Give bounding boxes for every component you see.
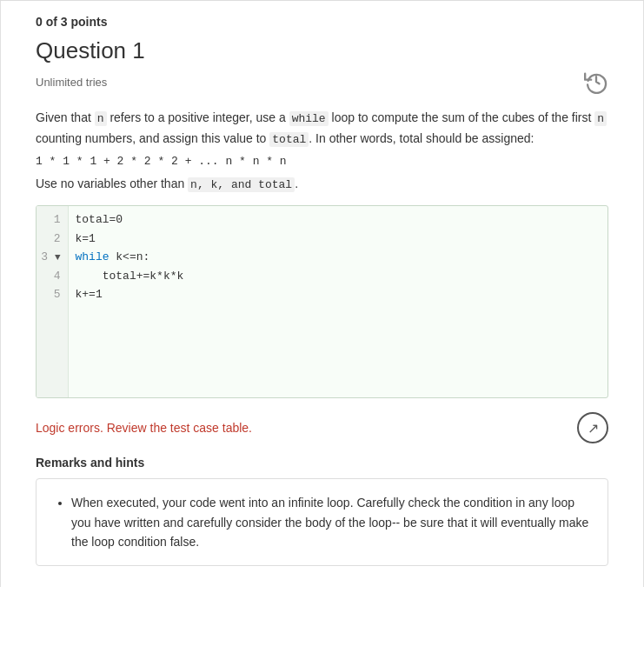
line-num-1: 1 [37, 206, 68, 230]
question-title: Question 1 [36, 37, 608, 64]
hint-box: When executed, your code went into an in… [36, 478, 608, 566]
line-num-blank2 [37, 323, 68, 342]
points-badge: 0 of 3 points [36, 15, 608, 29]
line-num-5: 5 [37, 285, 68, 304]
code-content-blank5[interactable] [68, 379, 607, 398]
code-content-5[interactable]: k+=1 [68, 285, 607, 304]
code-content-blank2[interactable] [68, 323, 607, 342]
line-num-3: 3 ▼ [37, 248, 68, 267]
code-content-blank4[interactable] [68, 360, 607, 379]
tries-text: Unlimited tries [36, 76, 107, 89]
code-line-blank1 [37, 304, 607, 323]
line-num-blank5 [37, 379, 68, 398]
inline-code-n2: n [594, 111, 607, 126]
line-num-blank4 [37, 360, 68, 379]
code-line-4: 4 total+=k*k*k [37, 267, 607, 286]
code-line-blank5 [37, 379, 607, 398]
line-num-blank3 [37, 342, 68, 361]
code-editor[interactable]: 1 total=0 2 k=1 3 ▼ while k<=n: 4 total+… [36, 205, 608, 398]
inline-code-vars: n, k, and total [188, 177, 295, 192]
code-content-blank1[interactable] [68, 304, 607, 323]
tries-row: Unlimited tries [36, 70, 608, 94]
line-num-4: 4 [37, 267, 68, 286]
code-content-blank3[interactable] [68, 342, 607, 361]
code-line-blank4 [37, 360, 607, 379]
code-content-2[interactable]: k=1 [68, 230, 607, 249]
inline-code-total1: total [269, 132, 309, 147]
remarks-section: Remarks and hints When executed, your co… [36, 456, 608, 566]
hint-item: When executed, your code went into an in… [71, 493, 590, 551]
line-num-2: 2 [37, 230, 68, 249]
loop-arrow: ▼ [55, 252, 61, 263]
code-line-3: 3 ▼ while k<=n: [37, 248, 607, 267]
page-container: 0 of 3 points Question 1 Unlimited tries… [0, 0, 644, 653]
inline-code-n1: n [95, 111, 107, 126]
history-icon[interactable] [584, 70, 608, 94]
inline-code-while: while [289, 111, 329, 126]
code-table: 1 total=0 2 k=1 3 ▼ while k<=n: 4 total+… [37, 206, 607, 397]
line-num-blank1 [37, 304, 68, 323]
code-content-4[interactable]: total+=k*k*k [68, 267, 607, 286]
hint-list: When executed, your code went into an in… [54, 493, 590, 551]
remarks-title: Remarks and hints [36, 456, 608, 470]
logic-error-text: Logic errors. Review the test case table… [36, 421, 252, 435]
code-line-1: 1 total=0 [37, 206, 607, 230]
expand-button[interactable]: ↗ [577, 412, 608, 443]
keyword-while: while [76, 250, 110, 263]
content-area: 0 of 3 points Question 1 Unlimited tries… [0, 1, 644, 587]
feedback-row: Logic errors. Review the test case table… [36, 412, 608, 443]
code-content-3[interactable]: while k<=n: [68, 248, 607, 267]
code-content-1[interactable]: total=0 [68, 206, 607, 230]
code-line-5: 5 k+=1 [37, 285, 607, 304]
question-body: Given that n refers to a positive intege… [36, 108, 608, 195]
expand-icon: ↗ [588, 420, 599, 436]
code-line-2: 2 k=1 [37, 230, 607, 249]
code-line-blank2 [37, 323, 607, 342]
code-line-blank3 [37, 342, 607, 361]
math-line: 1 * 1 * 1 + 2 * 2 * 2 + ... n * n * n [36, 153, 608, 171]
